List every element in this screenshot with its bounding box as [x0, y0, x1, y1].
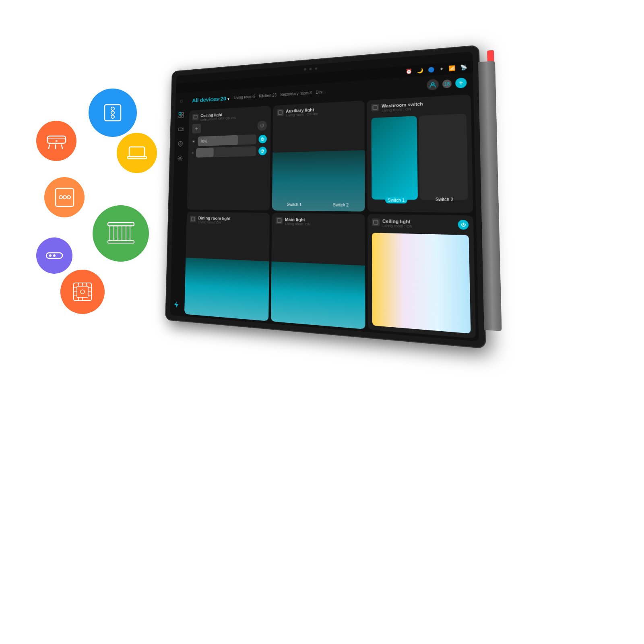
teal-bg: [184, 258, 269, 321]
bubble-ac[interactable]: ❄: [36, 121, 76, 161]
star-icon: ✦: [439, 66, 444, 72]
bubble-router[interactable]: [36, 237, 72, 274]
card-info: Dining room light Living room: ON: [198, 216, 230, 225]
card-subtitle: Living room: ON: [285, 222, 311, 226]
card-info: Ceiling light Living room: OFF ON ON: [200, 111, 236, 122]
side-dots-1: [487, 105, 489, 116]
power-on-btn[interactable]: [258, 135, 267, 144]
app-content: ⌂: [170, 73, 479, 342]
svg-rect-49: [194, 115, 197, 119]
switch-2-label[interactable]: Switch 2: [436, 197, 453, 204]
brightness-row-1[interactable]: ☀ 70%: [192, 134, 266, 147]
room-tab-dining[interactable]: Dini...: [316, 89, 326, 94]
add-device-button[interactable]: +: [455, 77, 467, 88]
dot: [490, 272, 493, 275]
svg-rect-53: [277, 219, 281, 223]
sidebar-item-home[interactable]: ⌂: [178, 97, 186, 105]
card-subtitle: Living room : ON: [382, 224, 455, 229]
bubble-circuit[interactable]: [60, 270, 105, 314]
bubble-blind[interactable]: [93, 205, 149, 262]
power-button-1[interactable]: [257, 120, 267, 131]
power-on-btn-2[interactable]: [258, 147, 267, 155]
svg-rect-43: [179, 115, 181, 118]
device-card-washroom-switch: Washroom switch Living room : ON Switch …: [367, 94, 473, 213]
tablet-right-panel: [478, 61, 502, 331]
brightness-row-2[interactable]: ☀: [192, 146, 267, 157]
svg-rect-41: [179, 112, 181, 115]
svg-rect-10: [129, 147, 144, 157]
card-info: Auxiliary light Living room : Off-line: [286, 107, 318, 117]
svg-point-46: [180, 143, 181, 144]
card-icon: [372, 219, 380, 226]
svg-point-15: [67, 196, 70, 199]
bubble-panel[interactable]: [44, 177, 85, 217]
all-devices-badge[interactable]: All devices·20 ▾: [192, 95, 229, 103]
room-tab-kitchen[interactable]: Kitchen·23: [259, 93, 277, 98]
dimmer-controls: + ☀: [190, 120, 267, 206]
teal-bg: [270, 261, 365, 329]
tablet-screen: ⏰ 🌙 🔵 ✦ 📶 📡 ⌂: [170, 52, 479, 342]
switch-1-label[interactable]: Switch 1: [287, 202, 302, 207]
camera-dot: [304, 68, 306, 70]
dot: [489, 196, 491, 198]
card-icon: [192, 114, 198, 120]
svg-point-1: [111, 107, 114, 110]
sidebar-item-devices[interactable]: [178, 111, 185, 119]
card-subtitle: Living room: ON: [198, 220, 230, 225]
svg-point-26: [53, 254, 56, 257]
svg-point-47: [179, 157, 181, 159]
decrease-button[interactable]: +: [192, 124, 201, 134]
brightness-bar-2[interactable]: [196, 146, 256, 157]
bluetooth-icon: 🔵: [428, 67, 435, 73]
svg-point-13: [59, 196, 62, 199]
moon-icon: 🌙: [417, 68, 423, 74]
main-panel: All devices·20 ▾ Living room·5 Kitchen·2…: [182, 73, 479, 342]
device-card-dining-light: Dining room light Living room: ON: [184, 212, 270, 321]
tablet-frame: ⏰ 🌙 🔵 ✦ 📶 📡 ⌂: [165, 45, 486, 349]
sidebar-item-lightning[interactable]: [173, 300, 180, 309]
bubble-switch-panel[interactable]: [89, 89, 137, 137]
bubble-laptop[interactable]: [117, 133, 157, 173]
device-card-ceiling-light-2: Ceiling light Living room : ON: [367, 214, 476, 339]
switch-1-panel[interactable]: [372, 116, 418, 200]
brightness-fill-2: [196, 147, 214, 157]
user-avatar[interactable]: [427, 79, 439, 91]
card-header: Auxiliary light Living room : Off-line: [277, 105, 360, 118]
switch-grid: [372, 114, 468, 200]
room-tab-living[interactable]: Living room·5: [234, 94, 256, 100]
svg-line-5: [49, 145, 50, 149]
phone-icon: 📶: [448, 65, 456, 72]
card-header: Dining room light Living room: ON: [190, 216, 266, 225]
sidebar-item-settings[interactable]: [176, 154, 184, 162]
switch-2-label[interactable]: Switch 2: [333, 202, 349, 207]
card-header: Washroom switch Living room : ON: [372, 99, 466, 113]
svg-rect-11: [128, 157, 147, 159]
dot: [491, 281, 493, 283]
card-subtitle: Living room : ON: [382, 106, 423, 113]
camera-dot: [310, 68, 312, 70]
card-title: Ceiling light: [382, 219, 455, 225]
card-title: Washroom switch: [382, 101, 423, 109]
svg-rect-45: [178, 128, 182, 131]
svg-rect-50: [278, 111, 282, 115]
dot: [490, 277, 493, 279]
card-header: Ceiling light Living room : ON: [372, 219, 469, 230]
color-gradient-bar[interactable]: [372, 233, 471, 333]
alarm-icon: ⏰: [406, 68, 413, 75]
sun-small-icon: ☀: [192, 151, 194, 155]
svg-rect-44: [182, 115, 184, 118]
power-on-button[interactable]: [458, 220, 469, 230]
switch-2-panel[interactable]: [419, 114, 468, 200]
card-info: Ceiling light Living room : ON: [382, 219, 455, 229]
dot: [488, 188, 491, 190]
svg-rect-42: [182, 112, 184, 115]
sidebar-item-location[interactable]: [177, 140, 184, 148]
svg-point-25: [49, 254, 52, 257]
brightness-bar[interactable]: 70%: [198, 134, 256, 146]
room-tab-secondary[interactable]: Secondary room·3: [280, 91, 312, 97]
switch-1-label[interactable]: Switch 1: [385, 197, 407, 203]
device-card-auxiliary-light: Auxiliary light Living room : Off-line S…: [272, 101, 365, 212]
notifications-badge[interactable]: 18: [442, 79, 452, 89]
switch-labels: Switch 1 Switch 2: [372, 197, 468, 204]
sidebar-item-camera[interactable]: [177, 125, 185, 134]
